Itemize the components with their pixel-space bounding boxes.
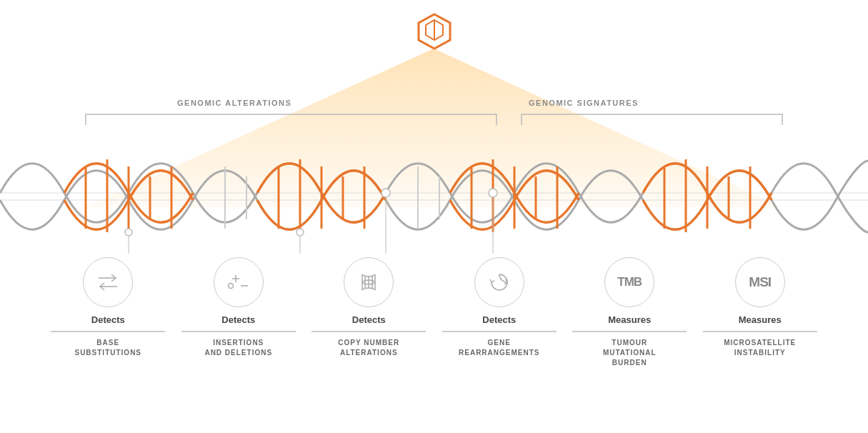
bottom-items: Detects BASESUBSTITUTIONS Detects INSERT… [0,257,868,368]
icon-base-substitutions [83,257,133,307]
label-tmb: TUMOURMUTATIONALBURDEN [603,338,657,368]
svg-point-33 [381,189,390,197]
company-logo [416,13,453,50]
label-gene-rearrangements: GENEREARRANGEMENTS [459,338,539,358]
divider-4 [442,331,557,332]
icon-msi: MSI [735,257,785,307]
item-gene-rearrangements: Detects GENEREARRANGEMENTS [442,257,557,368]
main-container: GENOMIC ALTERATIONS GENOMIC SIGNATURES [0,0,868,433]
svg-point-38 [296,229,304,236]
divider-2 [181,331,296,332]
item-copy-number: Detects COPY NUMBERALTERATIONS [311,257,426,368]
divider-5 [572,331,687,332]
divider-6 [703,331,817,332]
bracket-lines [0,93,868,136]
msi-text: MSI [749,274,771,290]
action-label-6: Measures [739,314,782,325]
icon-gene-rearrangements [474,257,524,307]
action-label-4: Detects [482,314,516,325]
icon-copy-number [344,257,394,307]
label-insertions-deletions: INSERTIONSAND DELETIONS [204,338,272,358]
divider-1 [51,331,165,332]
tmb-text: TMB [617,275,642,289]
svg-point-35 [489,189,497,197]
label-base-substitutions: BASESUBSTITUTIONS [74,338,141,358]
divider-3 [311,331,426,332]
action-label-5: Measures [608,314,651,325]
icon-tmb: TMB [604,257,654,307]
genomic-alterations-label: GENOMIC ALTERATIONS [177,99,291,107]
dna-strand [0,139,868,254]
label-msi: MICROSATELLITEINSTABILITY [724,338,796,358]
label-copy-number: COPY NUMBERALTERATIONS [338,338,399,358]
action-label-2: Detects [221,314,255,325]
item-insertions-deletions: Detects INSERTIONSAND DELETIONS [181,257,296,368]
action-label-1: Detects [91,314,125,325]
icon-insertions-deletions [214,257,264,307]
svg-point-44 [228,284,233,289]
item-tmb: TMB Measures TUMOURMUTATIONALBURDEN [572,257,687,368]
svg-point-37 [125,229,132,236]
action-label-3: Detects [352,314,386,325]
genomic-signatures-label: GENOMIC SIGNATURES [529,99,639,107]
item-base-substitutions: Detects BASESUBSTITUTIONS [51,257,165,368]
item-msi: MSI Measures MICROSATELLITEINSTABILITY [703,257,817,368]
